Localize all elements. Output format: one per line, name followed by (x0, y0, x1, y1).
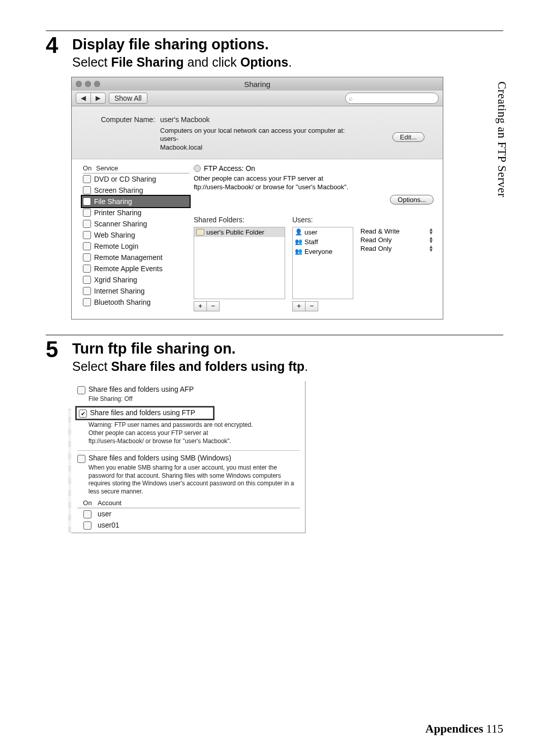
checkbox-icon[interactable] (83, 231, 91, 239)
checkbox-icon[interactable] (83, 287, 91, 295)
permission-item[interactable]: Read Only▲▼ (360, 244, 434, 253)
ftp-access-title: FTP Access: On (204, 164, 255, 172)
status-icon (194, 165, 201, 172)
smb-note: When you enable SMB sharing for a user a… (88, 464, 300, 496)
checkbox-icon[interactable] (83, 242, 91, 250)
service-row[interactable]: Web Sharing (83, 229, 190, 241)
folder-icon (196, 229, 204, 236)
service-row[interactable]: Remote Apple Events (83, 263, 190, 274)
person-icon: 👤 (295, 228, 302, 236)
shared-folders-label: Shared Folders: (194, 216, 285, 224)
accounts-header-on: On (77, 499, 98, 507)
ftp-access-desc: Other people can access your FTP server … (194, 175, 434, 192)
service-row[interactable]: DVD or CD Sharing (83, 173, 190, 185)
checkbox-icon[interactable] (83, 510, 92, 518)
stepper-icon[interactable]: ▲▼ (429, 236, 434, 243)
services-header-service: Service (96, 164, 118, 172)
step-title: Display file sharing options. (72, 36, 503, 53)
services-header-on: On (83, 164, 96, 172)
checkbox-icon[interactable] (77, 386, 85, 394)
edit-button[interactable]: Edit... (392, 132, 424, 142)
checkbox-icon[interactable] (83, 521, 92, 530)
checkbox-icon[interactable] (83, 220, 91, 228)
service-row[interactable]: Internet Sharing (83, 285, 190, 297)
service-row[interactable]: Printer Sharing (83, 207, 190, 218)
ftp-desc: Other people can access your FTP server … (88, 429, 300, 445)
service-row-selected[interactable]: File Sharing (82, 196, 190, 207)
permissions-list: Read & Write▲▼ Read Only▲▼ Read Only▲▼ (360, 227, 434, 298)
options-button[interactable]: Options... (390, 195, 434, 205)
user-item[interactable]: 👥Staff (293, 237, 353, 247)
service-row[interactable]: Bluetooth Sharing (83, 297, 190, 308)
computer-name-value: user's Macbook (160, 115, 210, 124)
stepper-icon[interactable]: ▲▼ (429, 245, 434, 252)
ftp-option-highlight: Share files and folders using FTP (75, 406, 215, 420)
service-row[interactable]: Remote Management (83, 252, 190, 263)
permission-item[interactable]: Read Only▲▼ (360, 236, 434, 244)
forward-button[interactable]: ▶ (91, 93, 105, 103)
afp-status: File Sharing: Off (88, 395, 300, 403)
checkbox-icon[interactable] (83, 209, 91, 217)
group-icon: 👥 (295, 248, 302, 255)
users-list[interactable]: 👤user 👥Staff 👥Everyone (292, 227, 353, 299)
checkbox-icon[interactable] (77, 455, 85, 463)
add-folder-button[interactable]: + (194, 301, 206, 311)
ftp-option[interactable]: Share files and folders using FTP (79, 409, 211, 418)
checkbox-icon[interactable] (83, 253, 91, 261)
sharing-window: Sharing ◀ ▶ Show All ⌕ Computer Name: us… (71, 77, 443, 319)
search-input[interactable]: ⌕ (345, 93, 439, 104)
show-all-button[interactable]: Show All (109, 93, 147, 104)
titlebar: Sharing (72, 77, 443, 91)
smb-option[interactable]: Share files and folders using SMB (Windo… (77, 454, 300, 463)
checkbox-icon[interactable] (83, 186, 91, 194)
step-5: 5 Turn ftp file sharing on. Select Share… (46, 338, 503, 374)
computer-name-label: Computer Name: (89, 115, 155, 124)
checkbox-icon[interactable] (83, 298, 91, 306)
options-sheet: Share files and folders using AFP File S… (71, 381, 306, 533)
remove-folder-button[interactable]: − (206, 301, 220, 311)
checkbox-icon[interactable] (83, 265, 91, 273)
account-row[interactable]: user01 (77, 519, 300, 531)
page-footer: Appendices 115 (425, 722, 503, 736)
remove-user-button[interactable]: − (305, 301, 318, 311)
users-label: Users: (292, 216, 353, 224)
toolbar: ◀ ▶ Show All ⌕ (72, 91, 443, 106)
service-row[interactable]: Remote Login (83, 241, 190, 252)
window-title: Sharing (72, 80, 443, 89)
step-subtitle: Select Share files and folders using ftp… (72, 359, 503, 374)
checkbox-icon[interactable] (79, 410, 87, 418)
step-number: 5 (46, 338, 64, 361)
user-item[interactable]: 👥Everyone (293, 247, 353, 256)
computer-name-note: Computers on your local network can acce… (160, 127, 363, 152)
add-user-button[interactable]: + (292, 301, 305, 311)
checkbox-icon[interactable] (83, 175, 91, 183)
service-row[interactable]: Scanner Sharing (83, 218, 190, 229)
afp-option[interactable]: Share files and folders using AFP (77, 385, 300, 394)
stepper-icon[interactable]: ▲▼ (429, 227, 434, 235)
checkbox-icon[interactable] (83, 276, 91, 284)
group-icon: 👥 (295, 238, 302, 245)
step-number: 4 (46, 34, 64, 56)
step-4: 4 Display file sharing options. Select F… (46, 34, 503, 70)
back-button[interactable]: ◀ (76, 93, 91, 103)
side-section-title: Creating an FTP Server (495, 81, 508, 197)
services-list: DVD or CD Sharing Screen Sharing File Sh… (83, 173, 190, 308)
permission-item[interactable]: Read & Write▲▼ (360, 227, 434, 236)
step-subtitle: Select File Sharing and click Options. (72, 55, 503, 70)
ftp-warning: Warning: FTP user names and passwords ar… (88, 421, 300, 429)
search-icon: ⌕ (349, 95, 353, 102)
service-row[interactable]: Screen Sharing (83, 185, 190, 196)
account-row[interactable]: user (77, 508, 300, 519)
user-item[interactable]: 👤user (293, 227, 353, 237)
accounts-header-account: Account (98, 499, 121, 507)
service-row[interactable]: Xgrid Sharing (83, 274, 190, 285)
shared-folders-list[interactable]: user's Public Folder (194, 227, 285, 299)
shared-folder-item[interactable]: user's Public Folder (194, 227, 285, 237)
checkbox-icon[interactable] (83, 197, 91, 206)
step-title: Turn ftp file sharing on. (72, 340, 503, 357)
